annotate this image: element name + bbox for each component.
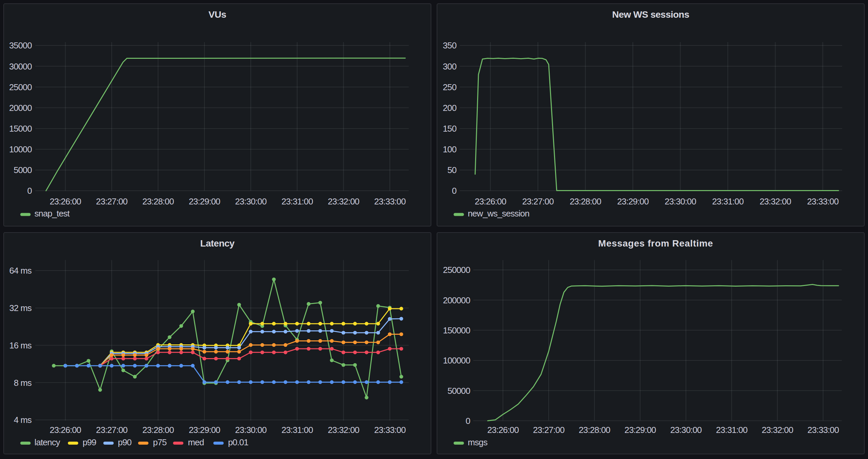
svg-text:p75: p75 — [153, 437, 167, 447]
svg-text:23:31:00: 23:31:00 — [712, 196, 744, 206]
svg-text:New WS sessions: New WS sessions — [612, 9, 689, 20]
svg-text:23:28:00: 23:28:00 — [570, 196, 601, 206]
svg-text:latency: latency — [34, 437, 60, 447]
svg-text:23:26:00: 23:26:00 — [487, 425, 519, 435]
svg-text:23:31:00: 23:31:00 — [716, 425, 747, 435]
svg-text:VUs: VUs — [209, 9, 226, 20]
svg-text:16 ms: 16 ms — [9, 340, 32, 351]
svg-text:15000: 15000 — [9, 124, 32, 134]
svg-text:350: 350 — [443, 40, 456, 51]
svg-text:100: 100 — [443, 144, 456, 154]
svg-text:23:27:00: 23:27:00 — [96, 196, 127, 206]
svg-text:23:26:00: 23:26:00 — [475, 196, 506, 206]
svg-text:23:26:00: 23:26:00 — [50, 196, 81, 206]
svg-text:23:33:00: 23:33:00 — [374, 196, 406, 206]
svg-text:4 ms: 4 ms — [14, 415, 32, 425]
svg-text:23:33:00: 23:33:00 — [374, 425, 406, 435]
svg-text:200: 200 — [443, 103, 456, 113]
svg-text:23:29:00: 23:29:00 — [625, 425, 656, 435]
svg-text:0: 0 — [465, 416, 470, 426]
svg-text:5000: 5000 — [14, 165, 32, 175]
svg-text:23:30:00: 23:30:00 — [665, 196, 696, 206]
svg-text:23:32:00: 23:32:00 — [762, 425, 793, 435]
svg-text:23:31:00: 23:31:00 — [282, 425, 313, 435]
svg-text:200000: 200000 — [443, 295, 470, 305]
svg-text:150: 150 — [443, 124, 456, 134]
svg-text:10000: 10000 — [9, 144, 32, 154]
svg-text:p90: p90 — [118, 437, 132, 447]
svg-text:23:32:00: 23:32:00 — [328, 425, 359, 435]
svg-text:23:32:00: 23:32:00 — [328, 196, 359, 206]
svg-text:23:30:00: 23:30:00 — [235, 196, 267, 206]
svg-text:23:29:00: 23:29:00 — [189, 196, 220, 206]
svg-text:Messages from Realtime: Messages from Realtime — [598, 238, 713, 249]
svg-text:p0.01: p0.01 — [228, 437, 248, 447]
svg-text:p99: p99 — [83, 437, 96, 447]
svg-text:23:28:00: 23:28:00 — [143, 196, 174, 206]
svg-text:new_ws_session: new_ws_session — [468, 208, 529, 219]
svg-text:23:27:00: 23:27:00 — [96, 425, 127, 435]
svg-text:25000: 25000 — [9, 82, 32, 92]
svg-text:64 ms: 64 ms — [9, 266, 32, 275]
svg-text:23:29:00: 23:29:00 — [189, 425, 220, 435]
svg-text:msgs: msgs — [468, 437, 488, 447]
svg-text:8 ms: 8 ms — [14, 378, 32, 388]
svg-text:23:32:00: 23:32:00 — [760, 196, 791, 206]
svg-text:23:30:00: 23:30:00 — [235, 425, 267, 435]
svg-text:150000: 150000 — [443, 325, 470, 335]
svg-text:50: 50 — [447, 165, 457, 175]
svg-text:23:30:00: 23:30:00 — [670, 425, 702, 435]
svg-text:300: 300 — [443, 62, 456, 71]
svg-text:32 ms: 32 ms — [9, 303, 32, 313]
svg-text:Latency: Latency — [200, 238, 235, 249]
svg-text:0: 0 — [27, 186, 32, 196]
svg-text:35000: 35000 — [9, 40, 32, 51]
svg-text:snap_test: snap_test — [34, 208, 70, 219]
svg-text:23:33:00: 23:33:00 — [807, 196, 839, 206]
svg-text:0: 0 — [452, 186, 456, 196]
svg-text:100000: 100000 — [443, 355, 470, 365]
svg-text:23:27:00: 23:27:00 — [522, 196, 554, 206]
svg-text:23:26:00: 23:26:00 — [50, 425, 81, 435]
svg-text:50000: 50000 — [447, 386, 470, 396]
svg-text:30000: 30000 — [9, 62, 32, 71]
svg-text:med: med — [188, 437, 204, 447]
svg-text:23:27:00: 23:27:00 — [533, 425, 564, 435]
svg-text:20000: 20000 — [9, 103, 32, 113]
svg-text:250: 250 — [443, 82, 456, 92]
svg-text:23:29:00: 23:29:00 — [617, 196, 649, 206]
svg-text:23:28:00: 23:28:00 — [579, 425, 610, 435]
svg-text:23:31:00: 23:31:00 — [282, 196, 313, 206]
svg-text:250000: 250000 — [443, 265, 470, 275]
svg-text:23:33:00: 23:33:00 — [807, 425, 839, 435]
svg-text:23:28:00: 23:28:00 — [143, 425, 174, 435]
